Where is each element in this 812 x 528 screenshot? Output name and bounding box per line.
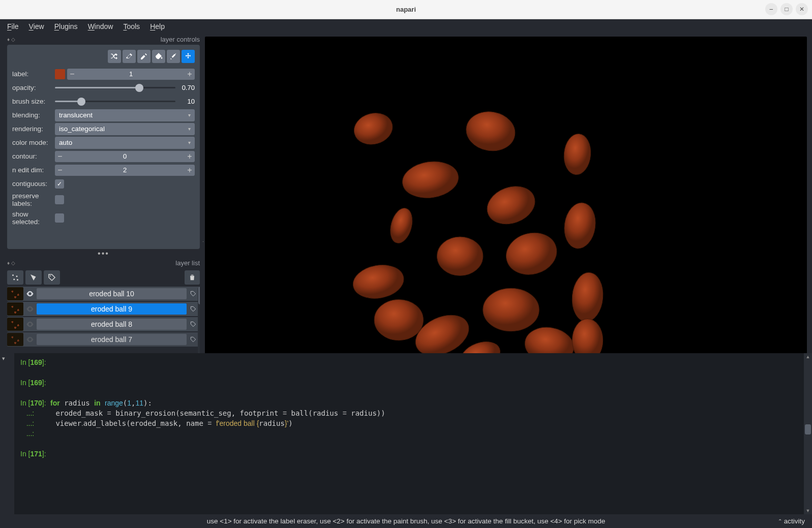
layer-tag-icon[interactable] xyxy=(188,305,199,313)
menu-help[interactable]: Help xyxy=(150,22,165,30)
color-mode-label: color mode: xyxy=(12,139,55,146)
brush-size-label: brush size: xyxy=(12,98,55,105)
svg-point-20 xyxy=(483,288,539,331)
label-tools-toolbar xyxy=(12,50,195,63)
rendering-value: iso_categorical xyxy=(59,125,105,133)
layer-name[interactable]: eroded ball 9 xyxy=(37,303,187,315)
blending-dropdown[interactable]: translucent▾ xyxy=(55,109,195,121)
layer-row[interactable]: eroded ball 7 xyxy=(7,332,200,347)
shuffle-colors-button[interactable] xyxy=(108,50,121,63)
new-shapes-layer-button[interactable] xyxy=(25,270,42,285)
opacity-value: 0.70 xyxy=(175,84,195,91)
contour-decrement[interactable]: − xyxy=(55,152,65,161)
layer-tag-icon[interactable] xyxy=(188,321,199,328)
contour-increment[interactable]: + xyxy=(185,152,195,161)
ipython-console[interactable]: ▾ In [169]: In [169]: In [170]: for radi… xyxy=(0,353,812,514)
svg-point-10 xyxy=(400,158,461,201)
layer-row[interactable]: eroded ball 9 xyxy=(7,302,200,316)
color-mode-dropdown[interactable]: auto▾ xyxy=(55,137,195,149)
color-mode-value: auto xyxy=(59,139,72,146)
svg-point-3 xyxy=(17,279,18,281)
show-selected-checkbox[interactable] xyxy=(55,213,64,223)
svg-point-18 xyxy=(374,299,423,340)
window-titlebar: napari ‒ □ ✕ xyxy=(0,0,812,19)
visibility-toggle[interactable] xyxy=(24,336,36,343)
visibility-toggle[interactable] xyxy=(24,306,36,312)
menu-tools[interactable]: Tools xyxy=(123,22,140,30)
n-edit-dim-value[interactable]: 2 xyxy=(65,166,185,174)
svg-point-11 xyxy=(482,180,540,230)
label-decrement[interactable]: − xyxy=(67,70,77,79)
layer-thumbnail xyxy=(7,333,23,346)
rendering-dropdown[interactable]: iso_categorical▾ xyxy=(55,123,195,135)
layer-tag-icon[interactable] xyxy=(188,290,199,297)
layer-row[interactable]: eroded ball 8 xyxy=(7,317,200,331)
chevron-up-icon: ⌃ xyxy=(778,518,782,524)
scroll-down-icon[interactable]: ▼ xyxy=(804,508,812,513)
minimize-button[interactable]: ‒ xyxy=(765,3,777,15)
preserve-labels-checkbox[interactable] xyxy=(55,195,64,204)
paint-tool-button[interactable] xyxy=(137,50,151,63)
chevron-down-icon: ▾ xyxy=(188,112,191,118)
n-edit-dim-label: n edit dim: xyxy=(12,166,55,174)
layer-thumbnail xyxy=(7,302,23,316)
delete-layer-button[interactable] xyxy=(185,270,200,285)
maximize-button[interactable]: □ xyxy=(780,3,793,15)
picker-tool-button[interactable] xyxy=(167,50,180,63)
brush-size-slider[interactable]: 10 xyxy=(55,96,195,107)
console-collapse-icon[interactable]: ▾ xyxy=(2,355,12,362)
menu-plugins[interactable]: Plugins xyxy=(54,22,78,30)
window-title: napari xyxy=(396,6,416,13)
opacity-label: opacity: xyxy=(12,84,55,91)
svg-point-8 xyxy=(463,108,518,154)
label-value[interactable]: 1 xyxy=(77,70,185,78)
menu-bar: File View Plugins Window Tools Help xyxy=(0,19,812,34)
contour-value[interactable]: 0 xyxy=(65,152,185,160)
visibility-toggle[interactable] xyxy=(24,321,36,327)
activity-indicator[interactable]: ⌃ activity xyxy=(778,517,805,525)
contour-spinbox[interactable]: − 0 + xyxy=(55,151,195,162)
panel-drag-handle[interactable]: ••• xyxy=(7,249,200,257)
n-edit-dim-increment[interactable]: + xyxy=(185,166,195,175)
scrollbar-thumb[interactable] xyxy=(805,424,811,434)
svg-point-15 xyxy=(501,227,561,280)
svg-point-14 xyxy=(437,237,483,275)
layer-name[interactable]: eroded ball 7 xyxy=(37,334,187,345)
blending-value: translucent xyxy=(59,111,93,119)
label-increment[interactable]: + xyxy=(185,70,195,79)
svg-point-12 xyxy=(561,201,598,251)
contour-label: contour: xyxy=(12,152,55,160)
status-bar: use <1> for activate the label eraser, u… xyxy=(0,514,812,528)
new-labels-layer-button[interactable] xyxy=(44,270,60,285)
menu-window[interactable]: Window xyxy=(88,22,113,30)
status-hint-text: use <1> for activate the label eraser, u… xyxy=(207,517,605,525)
layer-row[interactable]: eroded ball 10 xyxy=(7,287,200,301)
console-scrollbar[interactable]: ▲ ▼ xyxy=(804,353,812,514)
menu-view[interactable]: View xyxy=(29,22,44,30)
window-controls: ‒ □ ✕ xyxy=(765,3,808,15)
layer-name[interactable]: eroded ball 10 xyxy=(37,288,187,299)
svg-point-2 xyxy=(13,278,15,280)
fill-tool-button[interactable] xyxy=(152,50,165,63)
contiguous-label: contiguous: xyxy=(12,180,55,188)
panel-float-icon[interactable]: ♦ ◇ xyxy=(7,260,15,266)
scroll-up-icon[interactable]: ▲ xyxy=(804,354,812,359)
n-edit-dim-decrement[interactable]: − xyxy=(55,166,65,175)
n-edit-dim-spinbox[interactable]: − 2 + xyxy=(55,165,195,176)
pan-zoom-tool-button[interactable] xyxy=(182,50,195,63)
label-color-swatch[interactable] xyxy=(55,69,65,79)
eraser-tool-button[interactable] xyxy=(123,50,136,63)
opacity-slider[interactable]: 0.70 xyxy=(55,82,195,94)
preserve-labels-label: preservelabels: xyxy=(12,192,55,207)
visibility-toggle[interactable] xyxy=(24,291,36,297)
new-points-layer-button[interactable] xyxy=(7,270,23,285)
layer-name[interactable]: eroded ball 8 xyxy=(37,319,187,330)
console-text[interactable]: In [169]: In [169]: In [170]: for radius… xyxy=(14,353,804,514)
menu-file[interactable]: File xyxy=(7,22,19,30)
label-spinbox[interactable]: − 1 + xyxy=(67,69,195,80)
close-button[interactable]: ✕ xyxy=(796,3,808,15)
svg-point-13 xyxy=(387,206,416,245)
contiguous-checkbox[interactable]: ✓ xyxy=(55,179,64,189)
panel-float-icon[interactable]: ♦ ◇ xyxy=(7,37,15,42)
layer-tag-icon[interactable] xyxy=(188,336,199,343)
